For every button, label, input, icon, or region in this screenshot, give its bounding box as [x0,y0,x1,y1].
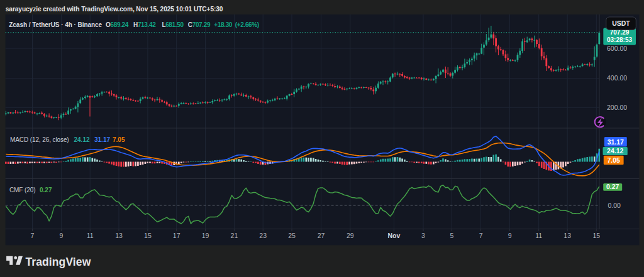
svg-text:5: 5 [450,232,454,239]
svg-text:3: 3 [421,232,425,239]
svg-text:11: 11 [87,232,94,239]
svg-text:29: 29 [347,232,354,239]
svg-text:7: 7 [31,232,35,239]
svg-text:21: 21 [231,232,238,239]
svg-text:0.27: 0.27 [606,183,619,190]
svg-text:9: 9 [508,232,512,239]
svg-text:17: 17 [173,232,180,239]
svg-text:15: 15 [592,232,600,239]
svg-text:9: 9 [59,232,63,239]
svg-text:13: 13 [564,232,571,239]
svg-text:CMF (20): CMF (20) [9,187,35,193]
svg-text:Nov: Nov [387,232,400,239]
svg-text:27: 27 [318,232,325,239]
svg-text:MACD (12, 26, close): MACD (12, 26, close) [10,136,69,143]
svg-text:13: 13 [115,232,123,239]
svg-text:sarayucyzie created with Tradi: sarayucyzie created with TradingView.com… [6,6,223,13]
svg-text:400.00: 400.00 [607,74,627,82]
svg-text:USDT: USDT [612,19,630,27]
svg-text:0.00: 0.00 [608,202,621,209]
svg-text:11: 11 [535,232,542,239]
svg-text:31.17: 31.17 [608,138,624,146]
svg-text:600.00: 600.00 [607,45,627,52]
svg-text:15: 15 [144,232,152,239]
svg-text:0.27: 0.27 [40,187,52,193]
svg-text:24.12: 24.12 [607,147,623,155]
svg-text:19: 19 [202,232,209,239]
svg-text:7: 7 [479,232,483,239]
svg-text:TradingView: TradingView [26,256,91,268]
svg-text:200.00: 200.00 [607,104,627,111]
svg-text:24.12: 24.12 [74,136,90,143]
svg-text:23: 23 [259,232,267,239]
svg-text:7.05: 7.05 [113,136,125,143]
svg-text:Zcash / TetherUS · 4h · Binanc: Zcash / TetherUS · 4h · Binance [9,21,102,28]
svg-text:31.17: 31.17 [94,136,110,143]
svg-text:7.05: 7.05 [607,156,620,164]
svg-text:03:28:53: 03:28:53 [607,36,632,43]
svg-text:25: 25 [288,232,296,239]
